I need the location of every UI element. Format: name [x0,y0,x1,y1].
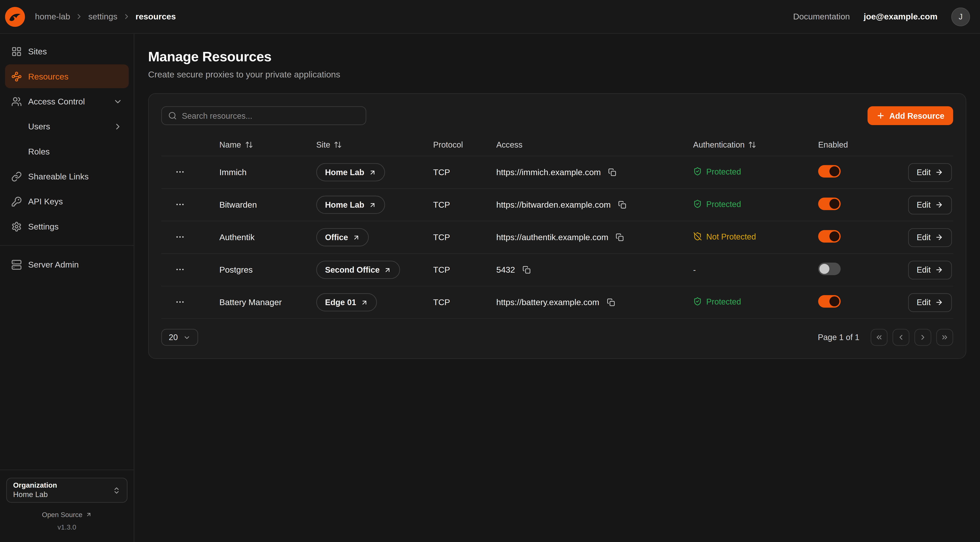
chevrons-right-icon [940,333,949,341]
first-page-button[interactable] [871,329,888,346]
sidebar-item-settings[interactable]: Settings [5,214,129,238]
search-box [161,106,366,125]
resource-protocol: TCP [433,233,496,242]
main-content: Manage Resources Create secure proxies t… [134,34,980,542]
previous-page-button[interactable] [892,329,910,346]
sidebar-item-label: Resources [28,72,68,81]
enabled-toggle[interactable] [818,263,841,275]
search-icon [168,112,177,120]
site-link-button[interactable]: Second Office [316,261,400,279]
enabled-toggle[interactable] [818,295,841,308]
resource-name: Immich [220,167,316,177]
card-toolbar: Add Resource [161,106,953,125]
column-header-authentication[interactable]: Authentication [693,140,818,150]
sidebar-item-label: API Keys [28,197,63,206]
auth-status-badge: - [693,265,696,274]
column-header-site[interactable]: Site [316,140,433,150]
resource-name: Bitwarden [220,200,316,209]
sort-icon [748,140,757,149]
row-menu-button[interactable] [174,166,186,178]
chevron-left-icon [897,333,905,341]
user-email[interactable]: joe@example.com [864,12,937,21]
column-header-access: Access [496,140,693,150]
edit-button[interactable]: Edit [908,163,952,182]
resource-protocol: TCP [433,298,496,307]
documentation-link[interactable]: Documentation [793,12,850,21]
column-header-enabled: Enabled [818,140,906,150]
column-header-name[interactable]: Name [220,140,316,150]
arrow-right-icon [935,233,943,241]
chevron-right-icon [123,13,130,21]
page-info: Page 1 of 1 [818,333,859,342]
breadcrumb: home-lab settings resources [35,12,176,21]
site-link-button[interactable]: Edge 01 [316,293,377,311]
avatar[interactable]: J [951,7,970,26]
edit-button[interactable]: Edit [908,195,952,214]
chevron-right-icon [75,13,83,21]
external-link-icon [86,512,92,518]
key-icon [11,196,22,207]
auth-status-badge: Protected [693,199,741,209]
sidebar-item-label: Shareable Links [28,172,89,181]
app-logo[interactable] [5,6,25,27]
table-footer: 20 Page 1 of 1 [161,329,953,346]
resource-access-url: https://battery.example.com [496,298,599,307]
organization-value: Home Lab [13,490,57,499]
row-menu-button[interactable] [174,198,186,211]
enabled-toggle[interactable] [818,198,841,210]
arrow-up-right-icon [384,266,391,274]
ellipsis-icon [175,232,185,242]
organization-select[interactable]: Organization Home Lab [6,478,128,502]
shield-check-icon [693,167,702,176]
copy-button[interactable] [606,297,616,308]
copy-button[interactable] [521,265,532,275]
last-page-button[interactable] [936,329,953,346]
open-source-link[interactable]: Open Source [6,511,128,518]
breadcrumb-link-settings[interactable]: settings [88,12,117,21]
resource-protocol: TCP [433,265,496,274]
arrow-right-icon [935,201,943,209]
sidebar-item-server-admin[interactable]: Server Admin [5,253,129,276]
enabled-toggle[interactable] [818,230,841,242]
edit-button[interactable]: Edit [908,293,952,312]
copy-button[interactable] [607,167,618,178]
add-resource-button[interactable]: Add Resource [867,106,953,125]
sidebar-item-access-control[interactable]: Access Control [5,89,129,113]
arrow-up-right-icon [352,234,360,241]
sidebar-item-label: Users [28,121,50,131]
sidebar-divider [0,245,134,245]
breadcrumb-link-home-lab[interactable]: home-lab [35,12,70,21]
sidebar-item-roles[interactable]: Roles [5,139,129,163]
shield-off-icon [693,232,702,241]
column-header-protocol: Protocol [433,140,496,150]
row-menu-button[interactable] [174,296,186,308]
sidebar-item-resources[interactable]: Resources [5,64,129,88]
copy-button[interactable] [614,232,625,242]
sidebar-item-label: Roles [28,147,50,156]
edit-button[interactable]: Edit [908,260,952,279]
site-link-button[interactable]: Home Lab [316,163,385,182]
resource-access-url: https://immich.example.com [496,167,601,177]
edit-button[interactable]: Edit [908,228,952,247]
sidebar-item-label: Access Control [28,97,85,106]
arrow-up-right-icon [369,201,376,209]
sidebar-item-shareable-links[interactable]: Shareable Links [5,164,129,188]
arrow-up-right-icon [369,169,376,176]
sidebar-item-api-keys[interactable]: API Keys [5,190,129,213]
row-menu-button[interactable] [174,231,186,243]
copy-button[interactable] [617,199,628,210]
resource-name: Postgres [220,265,316,274]
resource-protocol: TCP [433,167,496,177]
site-link-button[interactable]: Home Lab [316,196,385,214]
enabled-toggle[interactable] [818,165,841,178]
resource-name: Battery Manager [220,298,316,307]
search-input[interactable] [182,111,360,120]
next-page-button[interactable] [915,329,931,346]
ellipsis-icon [175,167,185,177]
sidebar-item-sites[interactable]: Sites [5,40,129,63]
sidebar-item-users[interactable]: Users [5,115,129,138]
row-menu-button[interactable] [174,263,186,276]
page-size-select[interactable]: 20 [161,329,198,346]
chevrons-up-down-icon [113,486,121,494]
site-link-button[interactable]: Office [316,228,369,247]
